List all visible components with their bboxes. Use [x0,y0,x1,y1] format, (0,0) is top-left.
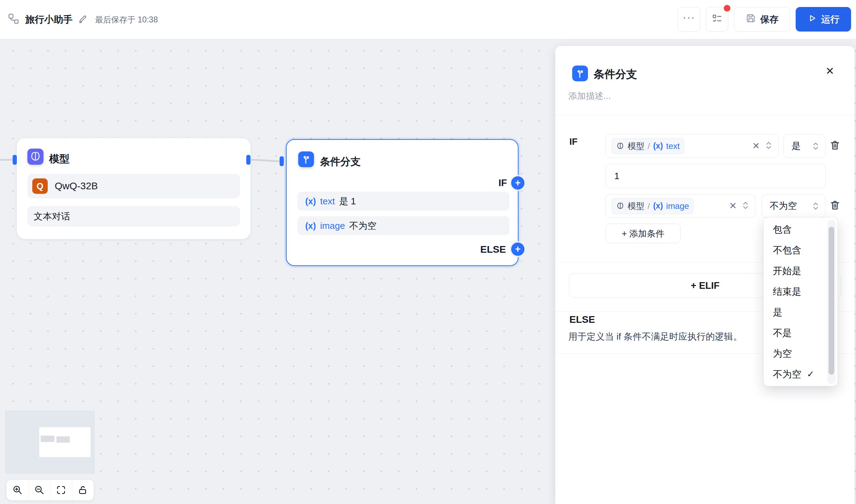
edit-pencil-icon[interactable] [78,14,87,25]
play-icon [807,13,817,26]
updown-chevron-icon[interactable] [742,200,749,212]
comparator-select-2[interactable]: 不为空 [762,194,825,218]
comparator-value: 不为空 [770,200,797,212]
qwen-logo-icon: Q [32,178,48,194]
condition-predicate: 是 1 [339,195,356,207]
save-disk-icon [745,13,756,26]
chip-separator: / [648,201,650,211]
updown-chevron-icon[interactable] [765,141,773,152]
dropdown-item-not-empty-selected[interactable]: 不为空 ✓ [764,364,837,384]
branch-node-title: 条件分支 [320,155,361,169]
delete-condition-button-2[interactable] [829,199,841,212]
brain-model-icon [616,202,624,210]
panel-title: 条件分支 [594,67,637,82]
delete-condition-button-1[interactable] [829,139,841,152]
comparator-dropdown-menu: 包含 不包含 开始是 结束是 是 不是 为空 不为空 ✓ [763,217,838,386]
if-condition-summary-2: (x) image 不为空 [297,216,509,235]
branch-split-icon [298,151,314,167]
minimap-node [56,436,70,443]
workflow-icon [8,13,20,26]
close-icon[interactable]: ✕ [825,65,834,77]
if-branch-label: IF [499,178,507,189]
ellipsis-icon: ··· [683,17,695,21]
else-branch-label: ELSE [480,244,506,255]
condition-value-input[interactable] [606,164,825,188]
else-branch-add-button[interactable]: + [511,243,524,256]
condition-variable-selector-1[interactable]: 模型 / (x) text ✕ [606,134,778,158]
run-label: 运行 [821,13,840,26]
zoom-out-icon [34,485,45,495]
brain-model-icon [27,149,44,165]
variable-icon: (x) [653,201,663,211]
mode-label: 文本对话 [34,210,70,223]
model-node-output-handle[interactable] [246,155,250,165]
description-input[interactable] [568,91,814,101]
variable-icon: (x) [653,141,663,151]
header-bar: 旅行小助手 最后保存于 10:38 ··· [0,0,856,39]
fit-view-button[interactable] [50,480,72,500]
brain-model-icon [616,142,624,150]
header-left: 旅行小助手 最后保存于 10:38 [8,0,158,39]
variable-icon: (x) [305,221,316,231]
more-options-button[interactable]: ··· [678,7,700,32]
lock-toggle-button[interactable] [72,480,94,500]
zoom-out-button[interactable] [28,480,50,500]
clear-variable-icon[interactable]: ✕ [752,141,760,151]
notification-dot [724,5,730,12]
run-button[interactable]: 运行 [796,7,851,32]
zoom-in-button[interactable] [7,480,28,500]
dropdown-item-is-not[interactable]: 不是 [764,322,837,343]
condition-predicate: 不为空 [349,220,376,232]
condition-variable: image [320,220,345,231]
canvas-minimap[interactable] [5,410,95,474]
branch-node[interactable]: 条件分支 IF (x) text 是 1 (x) image 不为空 ELSE [286,139,519,266]
model-name: QwQ-32B [55,181,98,192]
condition-variable-selector-2[interactable]: 模型 / (x) image ✕ [606,194,755,218]
model-node-title: 模型 [49,152,69,166]
dropdown-item-starts-with[interactable]: 开始是 [764,260,837,281]
checklist-icon [712,13,722,25]
branch-split-icon [572,66,588,81]
trash-icon [829,199,841,211]
model-selector-row: Q QwQ-32B [27,174,240,198]
dropdown-item-ends-with[interactable]: 结束是 [764,281,837,302]
chip-node-name: 模型 [628,200,644,212]
comparator-select-1[interactable]: 是 [783,134,825,158]
workflow-app: 旅行小助手 最后保存于 10:38 ··· [0,0,856,504]
dropdown-item-contains[interactable]: 包含 [764,219,837,240]
updown-chevron-icon [812,201,820,211]
save-button[interactable]: 保存 [734,7,790,32]
chip-variable-name: image [666,201,689,211]
divider [555,115,855,115]
page-title: 旅行小助手 [25,13,73,26]
if-section-label: IF [569,136,577,147]
checklist-button[interactable] [706,7,728,32]
zoom-in-icon [12,485,23,495]
add-condition-button[interactable]: + 添加条件 [606,224,681,243]
dropdown-item-empty[interactable]: 为空 [764,343,837,364]
check-icon: ✓ [807,369,814,379]
chip-separator: / [648,141,650,151]
variable-icon: (x) [305,196,316,206]
model-node-input-handle[interactable] [13,155,17,165]
minimap-node [41,436,54,442]
variable-chip[interactable]: 模型 / (x) image [611,198,694,214]
dropdown-item-is[interactable]: 是 [764,302,837,322]
branch-node-input-handle[interactable] [280,156,284,166]
chip-node-name: 模型 [628,141,644,152]
fit-view-icon [56,485,66,495]
plus-icon: + [515,244,521,255]
else-description: 用于定义当 if 条件不满足时应执行的逻辑。 [568,331,742,343]
save-label: 保存 [760,13,778,26]
dropdown-scrollbar-thumb[interactable] [829,227,834,375]
condition-variable: text [320,196,335,207]
last-saved-text: 最后保存于 10:38 [95,14,158,25]
model-node[interactable]: 模型 Q QwQ-32B 文本对话 [17,138,250,239]
if-branch-add-button[interactable]: + [511,176,524,190]
dropdown-item-not-contains[interactable]: 不包含 [764,240,837,260]
variable-chip[interactable]: 模型 / (x) text [611,138,684,154]
clear-variable-icon[interactable]: ✕ [729,200,737,211]
chip-variable-name: text [666,141,680,151]
updown-chevron-icon [812,141,820,151]
canvas-zoom-toolbar [6,479,94,500]
